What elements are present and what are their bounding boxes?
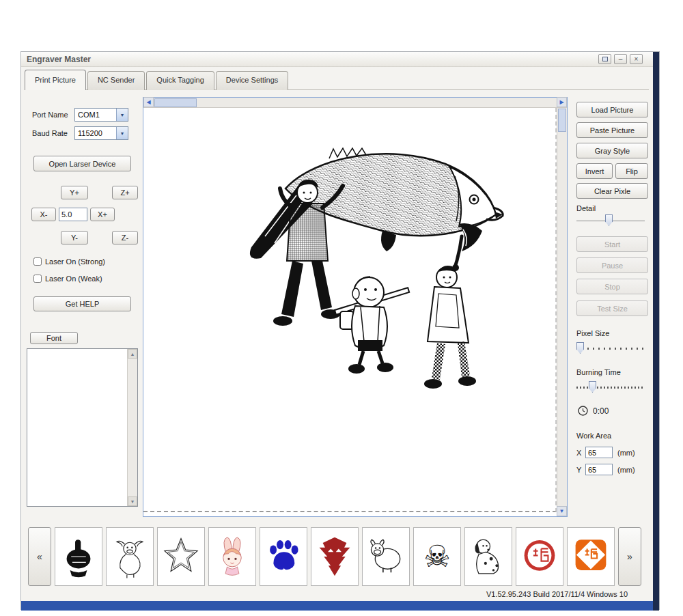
canvas-horizontal-scrollbar[interactable]: ◀ ▶ — [143, 98, 567, 108]
gallery-prev-button[interactable]: « — [28, 527, 51, 586]
invert-button[interactable]: Invert — [576, 163, 613, 179]
work-area-y-unit: (mm) — [617, 466, 635, 474]
close-button[interactable]: × — [630, 54, 643, 64]
tab-device-settings[interactable]: Device Settings — [216, 71, 288, 90]
baud-rate-label: Baud Rate — [32, 129, 68, 137]
jog-y-plus-button[interactable]: Y+ — [61, 186, 88, 199]
ox-sketch[interactable] — [106, 527, 154, 586]
laser-strong-label: Laser On (Strong) — [45, 257, 105, 266]
port-name-label: Port Name — [32, 111, 68, 119]
start-button[interactable]: Start — [576, 236, 648, 252]
scroll-left-icon[interactable]: ◀ — [143, 97, 154, 107]
tab-quick-tagging[interactable]: Quick Tagging — [146, 71, 214, 90]
work-area-y-label: Y — [576, 466, 581, 474]
engraving-canvas[interactable] — [143, 108, 557, 512]
window-controls: – × — [598, 54, 643, 64]
tabstrip: Print Picture NC Sender Quick Tagging De… — [25, 71, 288, 90]
open-laser-device-button[interactable]: Open Larser Device — [33, 156, 131, 171]
chevron-down-icon[interactable]: ▼ — [116, 127, 128, 139]
step-size-input[interactable] — [59, 208, 87, 221]
autobot-logo[interactable] — [311, 527, 359, 586]
canvas-vertical-scrollbar[interactable]: ▼ — [557, 108, 567, 516]
laser-weak-checkbox-row: Laser On (Weak) — [33, 275, 102, 283]
fu-seal-square[interactable] — [567, 527, 615, 586]
elapsed-time-row: 0:00 — [578, 406, 609, 416]
gallery-next-button[interactable]: » — [618, 527, 641, 586]
font-button[interactable]: Font — [30, 332, 78, 344]
test-size-button[interactable]: Test Size — [576, 300, 648, 316]
version-status-text: V1.52.95.243 Build 2017/11/4 Windows 10 — [486, 590, 628, 598]
scroll-down-icon[interactable]: ▼ — [557, 506, 567, 516]
canvas-artwork — [220, 143, 514, 419]
burning-time-slider-track — [576, 387, 645, 389]
pixel-size-slider-track — [576, 348, 645, 350]
clock-icon — [578, 406, 588, 416]
jog-y-minus-button[interactable]: Y- — [61, 231, 88, 244]
baud-rate-select[interactable]: 115200 ▼ — [74, 126, 128, 140]
burning-time-label: Burning Time — [576, 368, 621, 376]
sample-gallery: « — [28, 527, 641, 586]
jog-z-plus-button[interactable]: Z+ — [112, 186, 138, 199]
window-title: Engraver Master — [27, 55, 91, 64]
minimize-button[interactable]: – — [614, 54, 627, 64]
baud-rate-value: 115200 — [75, 127, 116, 139]
laser-strong-checkbox-row: Laser On (Strong) — [33, 257, 105, 266]
engraving-canvas-area: ◀ ▶ ▼ — [143, 97, 568, 517]
detail-slider[interactable] — [576, 214, 645, 227]
fu-seal-round[interactable] — [516, 527, 563, 586]
skull-icon: ☠ — [423, 542, 450, 572]
scroll-down-icon[interactable]: ▼ — [128, 496, 137, 506]
chevron-down-icon[interactable]: ▼ — [116, 109, 128, 121]
pointing-hand[interactable] — [55, 527, 102, 586]
pixel-size-slider[interactable] — [576, 342, 645, 354]
jog-x-plus-button[interactable]: X+ — [90, 208, 115, 221]
clear-pixel-button[interactable]: Clear Pixle — [576, 183, 648, 199]
tab-print-picture[interactable]: Print Picture — [25, 70, 86, 90]
pixel-size-label: Pixel Size — [576, 329, 609, 337]
laser-weak-label: Laser On (Weak) — [45, 275, 102, 283]
text-area-scrollbar[interactable]: ▲ ▼ — [127, 349, 137, 506]
app-window: Engraver Master – × Print Picture NC Sen… — [20, 51, 660, 610]
burning-time-slider[interactable] — [576, 381, 645, 393]
jog-x-minus-button[interactable]: X- — [31, 208, 56, 221]
scroll-up-icon[interactable]: ▲ — [128, 349, 137, 359]
port-name-select[interactable]: COM1 ▼ — [74, 108, 128, 122]
right-edge-bar — [653, 52, 659, 611]
bunny-girl[interactable] — [208, 527, 256, 586]
window-menu-button[interactable] — [598, 54, 611, 64]
burning-time-slider-thumb[interactable] — [589, 381, 596, 393]
flip-button[interactable]: Flip — [615, 163, 648, 179]
tab-nc-sender[interactable]: NC Sender — [87, 71, 145, 90]
vertical-scroll-thumb[interactable] — [558, 109, 566, 132]
detail-label: Detail — [576, 204, 596, 212]
titlebar: Engraver Master – × — [21, 52, 659, 67]
get-help-button[interactable]: Get HELP — [33, 296, 131, 311]
cow-doodle[interactable] — [362, 527, 410, 586]
page: Engraver Master – × Print Picture NC Sen… — [0, 0, 683, 616]
gray-style-button[interactable]: Gray Style — [576, 143, 648, 158]
star-sketch[interactable] — [157, 527, 205, 586]
laser-strong-checkbox[interactable] — [33, 257, 42, 266]
horizontal-scroll-thumb[interactable] — [154, 98, 197, 107]
stop-button[interactable]: Stop — [576, 279, 648, 294]
laser-weak-checkbox[interactable] — [33, 275, 42, 283]
load-picture-button[interactable]: Load Picture — [576, 102, 648, 117]
work-area-x-unit: (mm) — [617, 449, 635, 457]
skull-crossbones[interactable]: ☠ — [413, 527, 461, 586]
work-area-x-label: X — [576, 449, 581, 457]
window-menu-icon — [602, 57, 608, 61]
work-area-x-input[interactable] — [585, 447, 613, 458]
pixel-size-slider-thumb[interactable] — [576, 342, 584, 354]
pause-button[interactable]: Pause — [576, 257, 648, 273]
dalmatian-dog[interactable] — [464, 527, 512, 586]
text-entry-area[interactable]: ▲ ▼ — [27, 348, 138, 507]
port-name-value: COM1 — [75, 109, 116, 121]
bottom-accent-bar — [21, 601, 659, 611]
jog-z-minus-button[interactable]: Z- — [112, 231, 138, 244]
work-area-label: Work Area — [576, 432, 611, 440]
work-area-y-input[interactable] — [585, 464, 613, 475]
paste-picture-button[interactable]: Paste Picture — [576, 122, 648, 138]
paw-print[interactable] — [260, 527, 307, 586]
scroll-right-icon[interactable]: ▶ — [557, 97, 567, 107]
detail-slider-thumb[interactable] — [605, 214, 613, 226]
